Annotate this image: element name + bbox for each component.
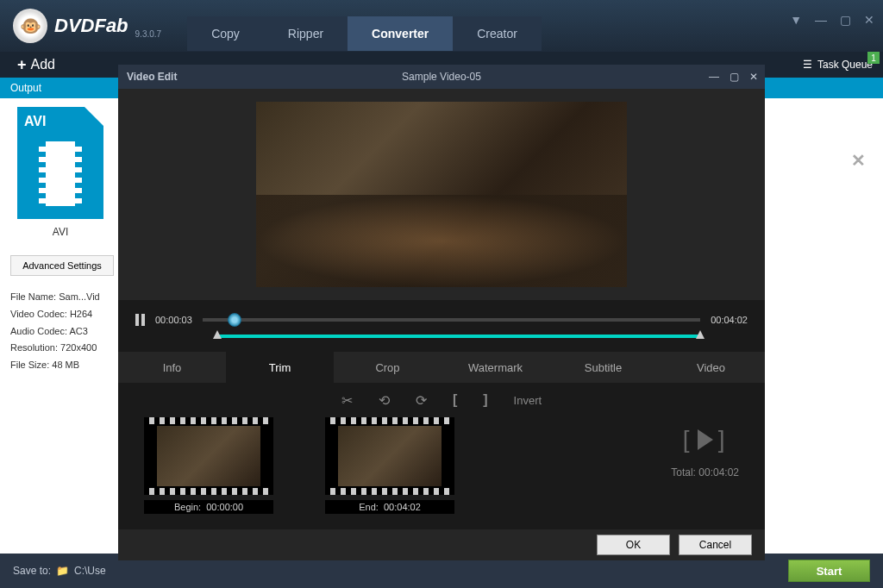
- play-icon: [698, 429, 713, 450]
- cancel-button[interactable]: Cancel: [679, 535, 752, 555]
- ok-button[interactable]: OK: [597, 535, 670, 555]
- play-preview-button[interactable]: []: [683, 426, 728, 454]
- modal-subtitle: Sample Video-05: [402, 71, 481, 83]
- modal-footer: OK Cancel: [118, 529, 765, 560]
- queue-count-badge: 1: [867, 52, 880, 64]
- info-acodec: Audio Codec: AC3: [10, 323, 110, 341]
- video-edit-modal: Video Edit Sample Video-05 — ▢ ✕ 00:00:0…: [118, 65, 765, 560]
- format-icon[interactable]: AVI: [17, 107, 103, 219]
- end-thumb: End: 00:04:02: [325, 417, 454, 514]
- dropdown-icon[interactable]: ▼: [790, 13, 802, 27]
- current-time: 00:00:03: [155, 315, 192, 325]
- output-sidebar: AVI AVI Advanced Settings File Name: Sam…: [0, 98, 121, 383]
- tab-converter[interactable]: Converter: [348, 16, 453, 51]
- invert-button[interactable]: Invert: [514, 394, 542, 407]
- edit-tabs: Info Trim Crop Watermark Subtitle Video: [118, 352, 765, 383]
- advanced-settings-button[interactable]: Advanced Settings: [10, 255, 114, 276]
- logo-icon: 🐵: [13, 9, 47, 43]
- tab-creator[interactable]: Creator: [453, 16, 542, 51]
- logo: 🐵 DVDFab 9.3.0.7: [0, 9, 161, 43]
- trim-range-slider[interactable]: [217, 335, 700, 338]
- trim-tools: ✂ ⟲ ⟳ [ ] Invert: [118, 383, 765, 417]
- app-name: DVDFab: [54, 15, 128, 37]
- add-label: Add: [31, 57, 55, 72]
- save-path[interactable]: C:\Use: [74, 565, 106, 577]
- begin-thumb: Begin: 00:00:00: [144, 417, 273, 514]
- maximize-icon[interactable]: ▢: [840, 13, 851, 27]
- tab-video[interactable]: Video: [657, 352, 765, 383]
- pause-button[interactable]: [135, 314, 145, 326]
- close-panel-button[interactable]: ✕: [851, 150, 866, 171]
- folder-icon[interactable]: 📁: [56, 565, 69, 577]
- forward-icon[interactable]: ⟳: [416, 392, 427, 409]
- thumbnails-row: Begin: 00:00:00 End: 00:04:02 [] Total: …: [118, 417, 765, 529]
- start-button[interactable]: Start: [788, 560, 870, 582]
- close-icon[interactable]: ✕: [864, 13, 874, 27]
- info-filename: File Name: Sam...Vid: [10, 289, 110, 306]
- modal-close-icon[interactable]: ✕: [749, 71, 758, 83]
- trim-start-handle[interactable]: [213, 330, 222, 339]
- end-label: End: 00:04:02: [325, 500, 454, 514]
- minimize-icon[interactable]: —: [815, 13, 827, 27]
- file-info: File Name: Sam...Vid Video Codec: H264 A…: [10, 289, 110, 374]
- modal-title: Video Edit: [127, 71, 177, 83]
- rewind-icon[interactable]: ⟲: [379, 392, 390, 409]
- modal-minimize-icon[interactable]: —: [709, 71, 719, 83]
- tab-subtitle[interactable]: Subtitle: [549, 352, 657, 383]
- main-tabs: Copy Ripper Converter Creator: [187, 16, 542, 51]
- seek-slider[interactable]: [203, 318, 700, 322]
- info-resolution: Resolution: 720x400: [10, 340, 110, 357]
- duration: 00:04:02: [711, 315, 748, 325]
- bracket-left-icon[interactable]: [: [453, 392, 457, 408]
- preview-area: [118, 89, 765, 300]
- modal-window-controls: — ▢ ✕: [709, 71, 758, 83]
- tab-trim[interactable]: Trim: [226, 352, 334, 383]
- begin-label: Begin: 00:00:00: [144, 500, 273, 514]
- tab-watermark[interactable]: Watermark: [442, 352, 549, 383]
- plus-icon: +: [17, 56, 27, 74]
- tab-crop[interactable]: Crop: [334, 352, 442, 383]
- tab-copy[interactable]: Copy: [187, 16, 264, 51]
- save-to-label: Save to:: [13, 565, 51, 577]
- info-vcodec: Video Codec: H264: [10, 306, 110, 323]
- task-queue-label: Task Queue: [817, 59, 873, 71]
- info-filesize: File Size: 48 MB: [10, 357, 110, 374]
- video-preview[interactable]: [256, 102, 627, 287]
- format-badge: AVI: [24, 114, 46, 129]
- bracket-right-icon[interactable]: ]: [483, 392, 487, 408]
- window-controls: ▼ — ▢ ✕: [790, 13, 874, 27]
- scissors-icon[interactable]: ✂: [341, 392, 353, 409]
- total-label: Total: 00:04:02: [671, 466, 739, 479]
- list-icon: ☰: [803, 59, 812, 71]
- end-frame[interactable]: [325, 417, 454, 495]
- trim-end-handle[interactable]: [696, 330, 705, 339]
- tab-ripper[interactable]: Ripper: [264, 16, 348, 51]
- modal-maximize-icon[interactable]: ▢: [730, 71, 739, 83]
- task-queue-button[interactable]: ☰ Task Queue 1: [803, 59, 873, 71]
- playback-controls: 00:00:03 00:04:02: [118, 300, 765, 352]
- format-name: AVI: [10, 226, 110, 238]
- film-icon: [39, 141, 82, 206]
- seek-thumb[interactable]: [228, 313, 241, 327]
- total-block: [] Total: 00:04:02: [671, 426, 739, 479]
- tab-info[interactable]: Info: [118, 352, 226, 383]
- begin-frame[interactable]: [144, 417, 273, 495]
- app-header: 🐵 DVDFab 9.3.0.7 Copy Ripper Converter C…: [0, 0, 883, 52]
- modal-header: Video Edit Sample Video-05 — ▢ ✕: [118, 65, 765, 89]
- add-button[interactable]: + Add: [0, 52, 72, 78]
- app-version: 9.3.0.7: [135, 29, 162, 39]
